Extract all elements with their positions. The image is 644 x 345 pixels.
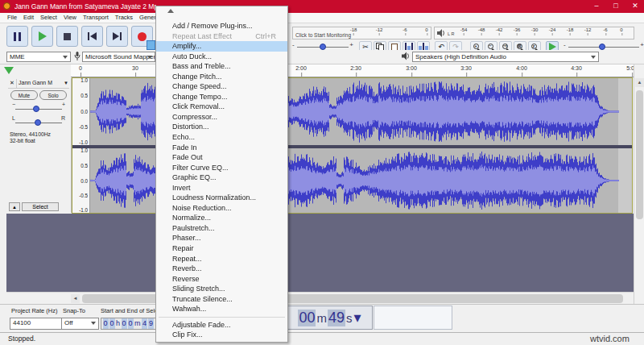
skip-to-end-button[interactable] [106, 26, 128, 47]
track-select-button[interactable]: Select [22, 202, 59, 211]
effect-menu-item[interactable]: Fade Out [156, 152, 287, 163]
scroll-left-icon[interactable]: ◄ [71, 294, 80, 303]
meter-scale-label: -36 [514, 27, 521, 32]
selection-tool-button[interactable] [147, 40, 155, 50]
effect-menu-item[interactable]: Change Tempo... [156, 92, 287, 102]
menu-bar-item[interactable]: Edit [20, 13, 37, 23]
menu-scroll-up-icon[interactable] [167, 9, 174, 13]
stop-button[interactable] [56, 26, 78, 47]
gain-slider[interactable]: − + [12, 103, 65, 114]
maximize-icon[interactable]: □ [607, 0, 625, 13]
menu-bar-item[interactable]: View [60, 13, 80, 23]
effect-menu-item[interactable]: Repair [156, 243, 287, 254]
menu-bar-item[interactable]: Transport [80, 13, 112, 23]
vertical-scrollbar[interactable]: ▲ [634, 64, 644, 304]
effect-menu-item[interactable]: Amplify... [156, 41, 287, 52]
scroll-up-icon[interactable]: ▲ [635, 78, 644, 87]
effect-menu-item[interactable]: Sliding Stretch... [156, 284, 287, 294]
playback-meter[interactable]: L R -54-48-42-36-30-24-18-12-60 [434, 27, 634, 39]
vertical-scroll-thumb[interactable] [636, 90, 643, 219]
time-digit[interactable]: 0 [128, 318, 134, 329]
ruler-label: 0.5 [80, 163, 88, 168]
track-name[interactable]: Jann Gann M [17, 79, 64, 88]
pan-thumb[interactable] [35, 119, 41, 126]
track-close-icon[interactable]: ✕ [8, 79, 17, 88]
effect-menu-item[interactable]: Normalize... [156, 213, 287, 223]
big-time-minutes[interactable]: 00 [298, 310, 316, 326]
menu-bar-item[interactable]: File [4, 13, 20, 23]
minimize-icon[interactable]: – [588, 0, 605, 13]
track-menu-caret-icon[interactable]: ▼ [64, 79, 69, 88]
pan-slider[interactable]: L R [12, 117, 65, 127]
playback-device-select[interactable]: Speakers (High Definition Audio [412, 52, 599, 62]
effect-menu-item[interactable]: Change Speed... [156, 81, 287, 92]
audio-host-select[interactable]: MME [6, 52, 71, 62]
effect-menu-item[interactable]: Repeat... [156, 254, 287, 264]
effect-menu-item[interactable]: Auto Duck... [156, 52, 287, 62]
time-digit[interactable]: 0 [122, 318, 127, 329]
collapse-track-button[interactable]: ▲ [9, 202, 20, 211]
menu-bar-item[interactable]: Select [37, 13, 60, 23]
effect-menu-item[interactable]: Compressor... [156, 112, 287, 123]
effect-menu-item[interactable]: Filter Curve EQ... [156, 163, 287, 173]
time-digit[interactable]: 4 [142, 318, 147, 329]
solo-button[interactable]: Solo [39, 90, 67, 100]
effect-menu-item[interactable]: Loudness Normalization... [156, 193, 287, 203]
gain-thumb[interactable] [33, 106, 39, 112]
effect-menu-item[interactable]: Graphic EQ... [156, 172, 287, 183]
microphone-icon [74, 52, 80, 61]
effect-menu-item[interactable]: Echo... [156, 132, 287, 143]
gain-plus-label: + [62, 102, 65, 107]
audio-position-field[interactable] [374, 306, 452, 330]
effect-menu-item[interactable]: Clip Fix... [156, 330, 287, 340]
slider-thumb[interactable] [599, 44, 605, 50]
meter-scale-label: -24 [549, 27, 556, 32]
play-button[interactable] [31, 26, 53, 47]
effect-menu-item[interactable]: Distortion... [156, 122, 287, 132]
time-digit[interactable]: h [115, 318, 121, 329]
selection-end-field-magnified[interactable]: 00 m 49 s ▾ [287, 306, 373, 330]
effect-menu-item[interactable]: Wahwah... [156, 304, 287, 314]
close-icon[interactable]: ✕ [626, 0, 644, 13]
effect-menu-item[interactable]: Adjustable Fade... [156, 320, 287, 330]
effect-menu-item[interactable]: Paulstretch... [156, 223, 287, 234]
time-format-caret-icon[interactable]: ▾ [353, 309, 362, 326]
effect-menu-item[interactable]: Bass and Treble... [156, 61, 287, 72]
recording-meter[interactable]: Click to Start Monitoring -18-12-60 [292, 27, 431, 39]
effect-menu-item[interactable]: Click Removal... [156, 102, 287, 112]
time-digit[interactable]: 0 [103, 318, 109, 329]
menu-bar-item[interactable]: Tracks [112, 13, 136, 23]
mute-button[interactable]: Mute [10, 90, 38, 100]
pause-button[interactable] [6, 26, 28, 47]
effect-menu-item[interactable]: Fade In [156, 143, 287, 153]
audacity-app-icon [3, 2, 10, 10]
meter-scale-label: -12 [584, 27, 592, 32]
effect-menu-item[interactable]: Invert [156, 183, 287, 193]
recording-device-select[interactable]: Microsoft Sound Mapper - I [82, 52, 155, 62]
effect-menu-item[interactable]: Truncate Silence... [156, 294, 287, 305]
effect-menu-item[interactable]: Reverse [156, 274, 287, 285]
time-digit[interactable]: 0 [109, 318, 115, 329]
effect-menu-item[interactable]: Change Pitch... [156, 72, 287, 82]
effect-menu-item[interactable]: Repeat Last Effect Ctrl+R [156, 31, 287, 42]
slider-thumb[interactable] [320, 44, 326, 50]
status-bar: Stopped. wtvid.com [0, 332, 644, 345]
timeline-pin-icon[interactable] [4, 67, 14, 74]
skip-to-start-button[interactable] [81, 26, 103, 47]
effect-menu-item[interactable] [156, 314, 287, 320]
slider-plus-label: + [640, 41, 644, 48]
horizontal-scrollbar[interactable]: ◄ [6, 292, 634, 304]
big-time-seconds[interactable]: 49 [328, 310, 345, 326]
effect-menu-item[interactable]: Add / Remove Plug-ins... [156, 21, 287, 31]
snap-to-label: Snap-To [63, 307, 85, 314]
timeline-tick-label: 0 [79, 65, 82, 71]
time-digit[interactable]: 9 [148, 318, 154, 329]
play-icon [39, 31, 47, 41]
time-digit[interactable]: m [134, 318, 142, 329]
effect-menu-item[interactable]: Phaser... [156, 233, 287, 243]
snap-to-select[interactable]: Off [61, 318, 99, 330]
effect-menu-dropdown: Add / Remove Plug-ins... Repeat Last Eff… [155, 6, 288, 343]
gain-minus-label: − [12, 102, 15, 107]
effect-menu-item[interactable]: Reverb... [156, 264, 287, 274]
effect-menu-item[interactable]: Noise Reduction... [156, 203, 287, 214]
